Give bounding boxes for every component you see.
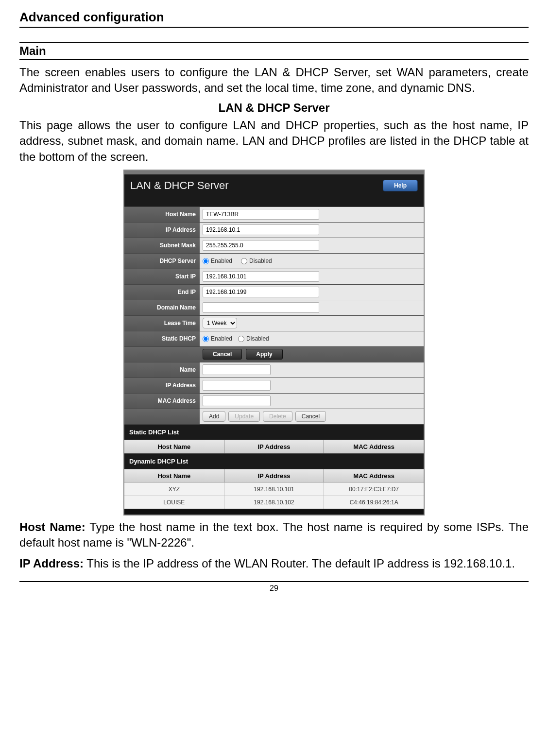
col-ip2: IP Address <box>224 469 325 482</box>
dhcp-enabled-radio[interactable] <box>203 258 209 264</box>
enabled-text2: Enabled <box>211 335 232 342</box>
subnet-mask-label: Subnet Mask <box>124 238 200 253</box>
mac-label: MAC Address <box>124 394 200 409</box>
col-ip: IP Address <box>224 440 325 453</box>
static-disabled-radio[interactable] <box>238 336 244 342</box>
start-ip-label: Start IP <box>124 269 200 284</box>
host-name-bold: Host Name: <box>19 520 86 533</box>
page-number: 29 <box>19 581 529 593</box>
cell-host: LOUISE <box>124 496 224 509</box>
help-button[interactable]: Help <box>383 180 418 191</box>
cell-mac: C4:46:19:84:26:1A <box>324 496 424 509</box>
col-host: Host Name <box>124 440 224 453</box>
empty-label <box>124 347 200 362</box>
table-row: LOUISE 192.168.10.102 C4:46:19:84:26:1A <box>124 496 424 509</box>
static-table-head: Host Name IP Address MAC Address <box>124 440 424 453</box>
lease-time-label: Lease Time <box>124 316 200 331</box>
start-ip-input[interactable] <box>203 271 319 282</box>
panel-title: LAN & DHCP Server <box>130 179 229 192</box>
ip-text: This is the IP address of the WLAN Route… <box>84 557 515 570</box>
ip-address-label: IP Address <box>124 223 200 238</box>
host-name-input[interactable] <box>203 209 319 220</box>
name-input[interactable] <box>203 364 271 375</box>
host-name-text: Type the host name in the text box. The … <box>19 520 529 549</box>
lease-time-select[interactable]: 1 Week <box>203 318 237 328</box>
subnet-mask-input[interactable] <box>203 240 319 251</box>
cell-ip: 192.168.10.102 <box>224 496 325 509</box>
static-dhcp-list-header: Static DHCP List <box>124 424 424 440</box>
dynamic-table-head: Host Name IP Address MAC Address <box>124 469 424 482</box>
cell-host: XYZ <box>124 483 224 496</box>
end-ip-input[interactable] <box>203 287 319 297</box>
cancel2-button[interactable]: Cancel <box>295 411 326 422</box>
domain-name-label: Domain Name <box>124 300 200 315</box>
intro-text: The screen enables users to configure th… <box>19 65 529 96</box>
disabled-text: Disabled <box>249 258 272 264</box>
window-chrome <box>124 171 424 174</box>
ip2-input[interactable] <box>203 380 271 391</box>
apply-button[interactable]: Apply <box>246 349 282 360</box>
col-mac: MAC Address <box>324 440 424 453</box>
cancel-button[interactable]: Cancel <box>203 349 242 360</box>
dhcp-disabled-radio[interactable] <box>241 258 247 264</box>
host-name-label: Host Name <box>124 207 200 222</box>
ip-bold: IP Address: <box>19 557 84 570</box>
col-mac2: MAC Address <box>324 469 424 482</box>
static-dhcp-label: Static DHCP <box>124 331 200 346</box>
ip-address-description: IP Address: This is the IP address of th… <box>19 556 529 571</box>
cell-ip: 192.168.10.101 <box>224 483 325 496</box>
dynamic-dhcp-list-header: Dynamic DHCP List <box>124 453 424 469</box>
add-button[interactable]: Add <box>203 411 225 422</box>
host-name-description: Host Name: Type the host name in the tex… <box>19 519 529 551</box>
col-host2: Host Name <box>124 469 224 482</box>
ip2-label: IP Address <box>124 378 200 393</box>
end-ip-label: End IP <box>124 285 200 300</box>
disabled-text2: Disabled <box>246 335 269 342</box>
scrollbar-bottom[interactable] <box>124 509 424 515</box>
section-main-title: Main <box>19 42 529 60</box>
domain-name-input[interactable] <box>203 302 319 313</box>
lan-dhcp-screenshot: LAN & DHCP Server Help Host Name IP Addr… <box>123 170 425 515</box>
update-button[interactable]: Update <box>228 411 260 422</box>
enabled-text: Enabled <box>211 258 232 264</box>
name-label: Name <box>124 362 200 378</box>
lan-dhcp-subheading: LAN & DHCP Server <box>19 101 529 115</box>
doc-header: Advanced configuration <box>19 10 529 28</box>
cell-mac: 00:17:F2:C3:E7:D7 <box>324 483 424 496</box>
mac-input[interactable] <box>203 395 271 406</box>
static-enabled-radio[interactable] <box>203 336 209 342</box>
ip-address-input[interactable] <box>203 224 319 235</box>
dhcp-server-label: DHCP Server <box>124 254 200 269</box>
delete-button[interactable]: Delete <box>263 411 292 422</box>
sub-intro-text: This page allows the user to configure L… <box>19 118 529 165</box>
table-row: XYZ 192.168.10.101 00:17:F2:C3:E7:D7 <box>124 482 424 496</box>
empty-label2 <box>124 409 200 424</box>
